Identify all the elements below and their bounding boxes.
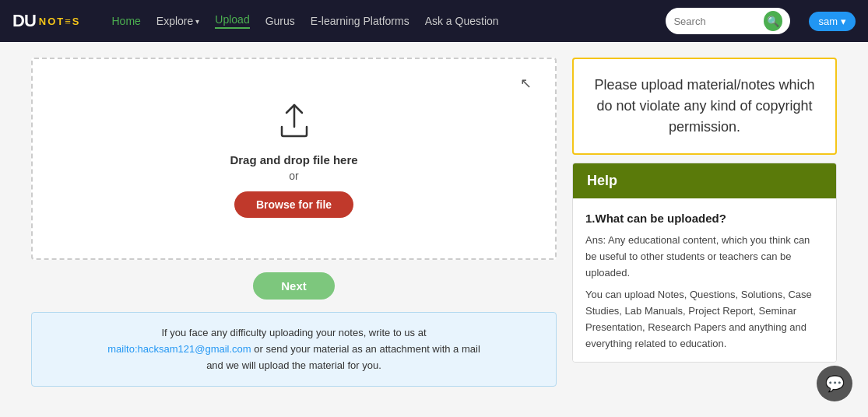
search-bar: 🔍 (666, 8, 790, 34)
nav-ask[interactable]: Ask a Question (425, 15, 499, 27)
or-text: or (289, 170, 298, 182)
help-q1-ans1: Ans: Any educational content, which you … (585, 233, 824, 281)
info-email-link[interactable]: mailto:hacksam121@gmail.com (107, 343, 251, 355)
search-input[interactable] (673, 16, 759, 27)
drag-drop-text: Drag and drop file here (230, 153, 357, 166)
explore-label: Explore (156, 15, 193, 27)
info-box: If you face any difficulty uploading you… (31, 312, 557, 387)
nav-gurus[interactable]: Gurus (265, 15, 295, 27)
main-content: ↖ Drag and drop file here or Browse for … (0, 42, 868, 402)
nav-explore[interactable]: Explore ▾ (156, 15, 199, 27)
info-line2-text: or send your material as an attachment w… (254, 343, 480, 355)
user-name: sam (818, 16, 838, 27)
chevron-down-icon: ▾ (195, 17, 199, 26)
chat-bubble-button[interactable]: 💬 (817, 366, 852, 401)
chat-icon: 💬 (825, 374, 845, 393)
logo-du: DU (12, 11, 36, 31)
nav-elearning[interactable]: E-learning Platforms (311, 15, 409, 27)
next-button[interactable]: Next (253, 272, 335, 300)
upload-icon (274, 100, 315, 144)
help-panel: Help 1.What can be uploaded? Ans: Any ed… (572, 163, 837, 363)
help-q1-ans2: You can upload Notes, Questions, Solutio… (585, 287, 824, 352)
logo[interactable]: DU NOT≡S (12, 11, 80, 31)
cursor-icon: ↖ (520, 75, 532, 92)
logo-notes: NOT≡S (39, 16, 81, 27)
nav-upload[interactable]: Upload (215, 13, 249, 29)
right-panel: Please upload material/notes which do no… (572, 58, 837, 387)
upload-dropzone[interactable]: ↖ Drag and drop file here or Browse for … (31, 58, 557, 260)
help-q2-title: 2.What document formats are accepted? (585, 359, 824, 362)
navbar: DU NOT≡S Home Explore ▾ Upload Gurus E-l… (0, 0, 868, 42)
left-panel: ↖ Drag and drop file here or Browse for … (31, 58, 557, 387)
user-menu-button[interactable]: sam ▾ (809, 12, 856, 31)
search-icon: 🔍 (767, 16, 779, 27)
nav-home[interactable]: Home (111, 15, 140, 27)
info-line1: If you face any difficulty uploading you… (161, 327, 426, 338)
copyright-notice: Please upload material/notes which do no… (572, 58, 837, 155)
user-chevron-icon: ▾ (841, 16, 846, 27)
nav-links: Home Explore ▾ Upload Gurus E-learning P… (111, 13, 647, 29)
help-q1-title: 1.What can be uploaded? (585, 209, 824, 228)
help-content[interactable]: 1.What can be uploaded? Ans: Any educati… (573, 198, 836, 362)
info-line3: and we will upload the material for you. (206, 359, 381, 371)
search-button[interactable]: 🔍 (764, 11, 782, 31)
help-header: Help (573, 163, 836, 198)
browse-button[interactable]: Browse for file (234, 191, 353, 218)
